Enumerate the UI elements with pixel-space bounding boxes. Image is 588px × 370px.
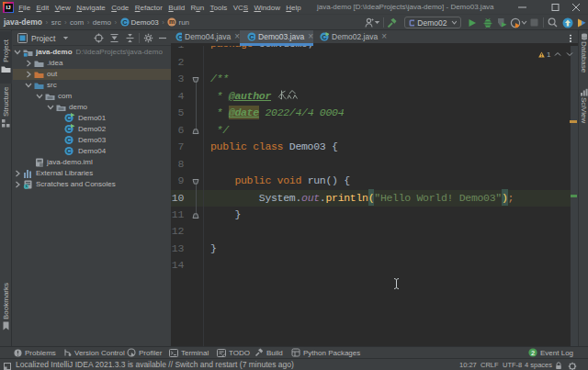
svg-text:C: C	[177, 32, 182, 40]
svg-text:C: C	[249, 32, 254, 40]
svg-text:C: C	[66, 136, 72, 144]
svg-text:2: 2	[531, 349, 535, 357]
svg-text:C: C	[66, 147, 72, 155]
